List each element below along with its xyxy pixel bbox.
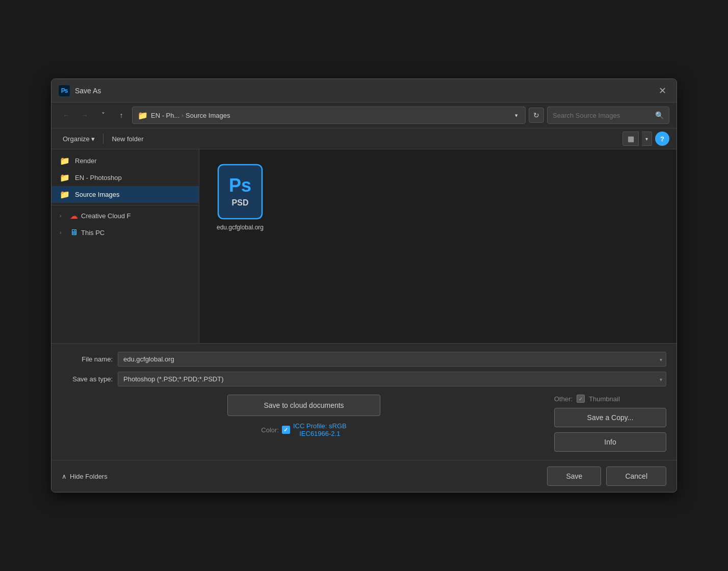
file-name-label: File name: [62, 355, 113, 363]
file-name: edu.gcfglobal.org [217, 224, 264, 231]
file-name-input-wrapper: ▾ [118, 352, 666, 367]
new-folder-button[interactable]: New folder [108, 133, 147, 145]
save-type-label: Save as type: [62, 375, 113, 383]
view-button[interactable]: ▦ [622, 132, 639, 146]
breadcrumb-dropdown-button[interactable]: ▾ [513, 112, 520, 119]
nav-bar: ← → ˅ ↑ 📁 EN - Ph... › Source Images ▾ ↻… [51, 102, 677, 128]
toolbar-separator [103, 134, 103, 144]
folder-icon: 📁 [60, 190, 70, 199]
sidebar-item-creative-cloud[interactable]: › ☁ Creative Cloud F [51, 207, 199, 224]
thumbnail-label: Thumbnail [589, 395, 620, 403]
icc-checkbox[interactable] [282, 426, 290, 434]
save-as-dialog: Ps Save As ✕ ← → ˅ ↑ 📁 EN - Ph... › Sour… [51, 79, 677, 492]
refresh-button[interactable]: ↻ [529, 108, 544, 123]
sidebar-item-en-photoshop[interactable]: 📁 EN - Photoshop [51, 169, 199, 186]
toolbar-right: ▦ ▾ ? [622, 132, 669, 146]
expand-arrow: › [60, 230, 67, 236]
toolbar: Organize ▾ New folder ▦ ▾ ? [51, 128, 677, 149]
save-type-input-wrapper: ▾ [118, 372, 666, 386]
breadcrumb-part1: EN - Ph... [151, 112, 179, 119]
creative-cloud-icon: ☁ [70, 211, 78, 221]
footer: ∧ Hide Folders Save Cancel [51, 460, 677, 492]
view-dropdown-button[interactable]: ▾ [642, 132, 652, 146]
other-label: Other: [554, 395, 573, 403]
search-input[interactable] [553, 112, 652, 119]
left-actions: Save to cloud documents Color: ICC Profi… [62, 395, 546, 452]
color-row: Color: ICC Profile: sRGB IEC61966-2.1 [261, 422, 346, 437]
title-bar: Ps Save As ✕ [51, 79, 677, 102]
this-pc-icon: 🖥 [70, 228, 78, 237]
sidebar-divider [51, 205, 199, 205]
sidebar: 📁 Render 📁 EN - Photoshop 📁 Source Image… [51, 149, 199, 343]
save-type-row: Save as type: ▾ [62, 372, 666, 386]
save-type-input[interactable] [118, 372, 666, 386]
sidebar-item-render-label: Render [75, 157, 97, 165]
sidebar-item-creative-cloud-label: Creative Cloud F [81, 212, 131, 220]
breadcrumb-bar[interactable]: 📁 EN - Ph... › Source Images ▾ [132, 107, 526, 124]
other-row: Other: Thumbnail [554, 395, 666, 403]
color-label: Color: [261, 426, 279, 434]
svg-text:Ps: Ps [229, 175, 251, 196]
hide-folders-icon: ∧ [62, 473, 67, 480]
main-content: 📁 Render 📁 EN - Photoshop 📁 Source Image… [51, 149, 677, 343]
cloud-save-button[interactable]: Save to cloud documents [227, 395, 380, 416]
file-name-row: File name: ▾ [62, 352, 666, 367]
footer-buttons: Save Cancel [547, 466, 666, 486]
file-item[interactable]: Ps PSD edu.gcfglobal.org [210, 160, 271, 235]
ps-logo: Ps [59, 85, 70, 96]
svg-text:PSD: PSD [232, 198, 249, 207]
right-actions: Other: Thumbnail Save a Copy... Info [554, 395, 666, 452]
search-icon: 🔍 [655, 111, 664, 119]
title-bar-left: Ps Save As [59, 85, 101, 96]
sidebar-item-source-images[interactable]: 📁 Source Images [51, 186, 199, 203]
sidebar-item-source-images-label: Source Images [75, 191, 119, 198]
actions-row: Save to cloud documents Color: ICC Profi… [62, 395, 666, 452]
dialog-title: Save As [75, 87, 101, 95]
help-button[interactable]: ? [655, 132, 669, 146]
bottom-section: File name: ▾ Save as type: ▾ Save to clo… [51, 343, 677, 460]
forward-button[interactable]: → [77, 108, 92, 123]
sidebar-item-this-pc[interactable]: › 🖥 This PC [51, 224, 199, 241]
search-bar: 🔍 [547, 107, 669, 124]
organize-button[interactable]: Organize ▾ [59, 133, 99, 145]
folder-icon: 📁 [60, 156, 70, 166]
thumbnail-checkbox[interactable] [577, 395, 585, 403]
close-button[interactable]: ✕ [655, 84, 669, 98]
icc-profile-link[interactable]: ICC Profile: sRGB IEC61966-2.1 [293, 422, 347, 437]
psd-icon: Ps PSD [217, 164, 263, 220]
breadcrumb-separator: › [181, 112, 184, 118]
up-button[interactable]: ↑ [114, 108, 129, 123]
file-name-input[interactable] [118, 352, 666, 367]
info-button[interactable]: Info [554, 432, 666, 452]
back-button[interactable]: ← [59, 108, 74, 123]
file-area: Ps PSD edu.gcfglobal.org [199, 149, 677, 343]
breadcrumb-folder-icon: 📁 [138, 111, 148, 120]
breadcrumb-part2: Source Images [186, 112, 230, 119]
folder-icon: 📁 [60, 173, 70, 183]
hide-folders-label: Hide Folders [70, 473, 108, 480]
dropdown-button[interactable]: ˅ [95, 108, 111, 123]
sidebar-item-this-pc-label: This PC [81, 229, 105, 237]
sidebar-item-render[interactable]: 📁 Render [51, 152, 199, 169]
save-copy-button[interactable]: Save a Copy... [554, 408, 666, 427]
sidebar-item-en-photoshop-label: EN - Photoshop [75, 174, 122, 181]
cancel-button[interactable]: Cancel [606, 466, 666, 486]
expand-arrow: › [60, 213, 67, 219]
save-button[interactable]: Save [547, 466, 601, 486]
hide-folders-button[interactable]: ∧ Hide Folders [62, 473, 108, 480]
breadcrumb-path: EN - Ph... › Source Images [151, 112, 510, 119]
